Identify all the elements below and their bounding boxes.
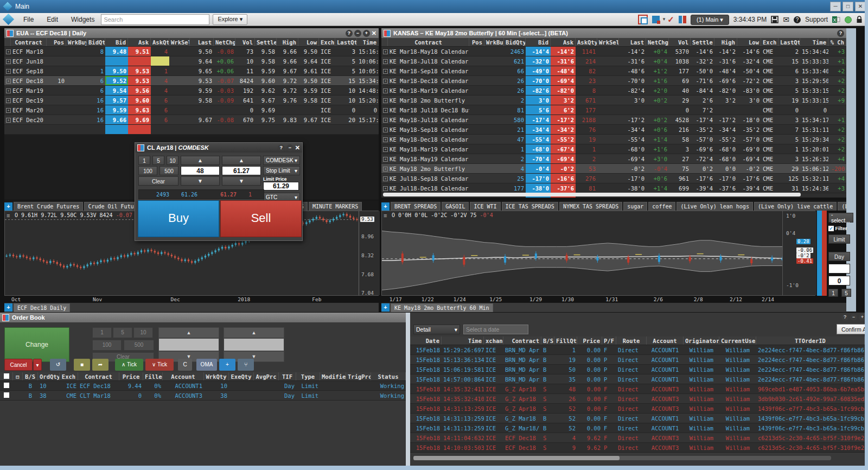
header-cell[interactable]: Contract bbox=[78, 372, 119, 380]
minimize-icon[interactable]: − bbox=[286, 144, 293, 151]
table-row[interactable]: 15Feb1814:35:32:410ICEG_Z Apr18S260.00FD… bbox=[410, 394, 868, 404]
bid-cell[interactable]: 9.48 bbox=[105, 47, 128, 56]
ask-cell[interactable]: 9.63 bbox=[128, 105, 151, 115]
account-dropdown[interactable]: COMDESK▾ bbox=[263, 156, 300, 165]
table-row[interactable]: +ECF Mar1969.549.5649.59-0.031929.629.72… bbox=[4, 86, 379, 96]
ask-cell[interactable]: 9.53 bbox=[128, 66, 151, 75]
header-cell[interactable]: AvgPrc bbox=[254, 372, 279, 380]
ask-cell[interactable]: -31'6 bbox=[551, 56, 576, 66]
menu-edit[interactable]: Edit bbox=[40, 16, 65, 23]
select-dropdown[interactable]: -select... bbox=[828, 213, 853, 223]
header-cell[interactable]: Last bbox=[619, 38, 646, 46]
qty-preset-10[interactable]: 10 bbox=[167, 156, 178, 165]
header-cell[interactable]: Route bbox=[616, 336, 647, 345]
ask-cell[interactable]: 3'2 bbox=[551, 96, 576, 105]
table-row[interactable]: +KE May18-Dec18 Calendar47-55'4-55'219-5… bbox=[381, 135, 846, 144]
ask-cell[interactable]: 9.60 bbox=[128, 96, 151, 105]
help-icon[interactable]: ? bbox=[346, 30, 353, 37]
menu-widgets[interactable]: Widgets bbox=[65, 16, 101, 23]
bid-cell[interactable]: -55'4 bbox=[526, 135, 551, 144]
support-label[interactable]: Support bbox=[805, 16, 828, 23]
bid-cell[interactable]: 9.52 bbox=[105, 76, 128, 85]
table-row[interactable]: +KE May18-Sep18 Calendar21-34'4-34'276-3… bbox=[381, 125, 846, 135]
header-cell[interactable]: TrigPrc bbox=[346, 372, 371, 380]
help-icon[interactable]: ? bbox=[841, 314, 848, 321]
ask-cell[interactable]: -0'2 bbox=[551, 164, 576, 173]
bid-cell[interactable]: -14'4 bbox=[526, 47, 551, 56]
close-icon[interactable]: ✕ bbox=[295, 144, 300, 151]
header-cell[interactable]: Bid bbox=[526, 38, 551, 46]
header-cell[interactable]: FillQty bbox=[554, 336, 577, 345]
ask-cell[interactable]: 9.51 bbox=[128, 47, 151, 56]
price-input[interactable]: 61.27 bbox=[222, 166, 261, 175]
bid-cell[interactable]: -34'4 bbox=[526, 125, 551, 134]
help-icon[interactable]: ? bbox=[837, 30, 844, 37]
expand-icon[interactable]: + bbox=[4, 66, 11, 75]
expand-icon[interactable]: + bbox=[4, 115, 11, 124]
horizontal-scrollbar[interactable] bbox=[383, 193, 801, 196]
ticket-titlebar[interactable]: CL Apr18 | COMDESK ? − ✕ bbox=[135, 143, 302, 153]
expand-icon[interactable]: + bbox=[4, 86, 11, 95]
expand-icon[interactable]: + bbox=[4, 56, 11, 66]
header-cell[interactable]: Time bbox=[357, 38, 379, 46]
bid-cell[interactable]: -17'4 bbox=[526, 115, 551, 124]
limit-button[interactable]: Limit bbox=[828, 234, 850, 244]
header-cell[interactable]: High bbox=[277, 38, 298, 46]
columns-icon[interactable] bbox=[679, 16, 686, 23]
qty-preset-5[interactable]: 5 bbox=[152, 156, 164, 165]
table-row[interactable]: +ECF Dec19169.579.6069.58-0.096419.679.7… bbox=[4, 96, 379, 105]
ask-cell[interactable]: 6'2 bbox=[551, 105, 576, 115]
bid-cell[interactable]: -0'4 bbox=[526, 164, 551, 173]
bid-cell[interactable]: -70'0 bbox=[526, 76, 551, 85]
tick-up-button[interactable]: ∧ Tick bbox=[115, 359, 143, 371]
header-cell[interactable]: CurrentUser bbox=[719, 336, 756, 345]
header-cell[interactable]: WrkBuys bbox=[484, 38, 504, 46]
qty-preset-1[interactable]: 1 bbox=[828, 289, 838, 297]
header-cell[interactable]: BidQty bbox=[87, 38, 105, 46]
qty-field[interactable] bbox=[828, 264, 850, 274]
add-tab-button[interactable]: + bbox=[381, 303, 390, 312]
header-cell[interactable]: NetChg bbox=[646, 38, 669, 46]
header-cell[interactable]: Time bbox=[800, 38, 828, 46]
tab-ke-may18-butterfly[interactable]: KE May18 2mo Butterfly 60 Min bbox=[391, 303, 493, 312]
bid-cell[interactable]: -70'4 bbox=[526, 154, 551, 163]
header-cell[interactable]: AskQty bbox=[576, 38, 597, 46]
expand-icon[interactable]: + bbox=[381, 56, 388, 66]
maximize-icon[interactable]: + bbox=[859, 314, 866, 321]
price-up-button[interactable]: ▲ bbox=[158, 327, 219, 338]
expand-icon[interactable]: + bbox=[381, 76, 388, 85]
expand-icon[interactable]: + bbox=[381, 86, 388, 95]
order-book-titlebar[interactable]: Order Book bbox=[0, 313, 406, 322]
bid-cell[interactable] bbox=[105, 56, 128, 66]
ask-cell[interactable]: -48'4 bbox=[551, 66, 576, 75]
price-up-button[interactable]: ▲ bbox=[222, 156, 261, 165]
bid-cell[interactable]: -32'0 bbox=[526, 56, 551, 66]
qty-preset-100[interactable]: 100 bbox=[138, 166, 157, 175]
table-row[interactable]: 15Feb1815:29:26:697ICEBRN_MD AprB10.00FD… bbox=[410, 345, 868, 355]
expand-icon[interactable]: + bbox=[4, 105, 11, 115]
chart-tab[interactable]: MINUTE MARKERS bbox=[309, 202, 362, 211]
header-cell[interactable]: Contract bbox=[388, 38, 469, 46]
header-cell[interactable]: Last bbox=[190, 38, 214, 46]
header-cell[interactable]: WrkSells bbox=[169, 38, 190, 46]
chart-tab[interactable]: (Live Only) live cattle bbox=[754, 202, 837, 211]
header-cell[interactable] bbox=[0, 372, 13, 380]
horizontal-scrollbar[interactable] bbox=[413, 456, 831, 460]
header-cell[interactable]: Status bbox=[371, 372, 406, 380]
price-up-button[interactable]: ▲ bbox=[224, 327, 284, 338]
expand-icon[interactable]: + bbox=[381, 154, 388, 163]
table-row[interactable]: +KE May18-May19 Calendar2-70'4-69'42-69'… bbox=[381, 154, 846, 164]
confirm-all-button[interactable]: Confirm A bbox=[837, 324, 868, 334]
ask-cell[interactable]: -37'6 bbox=[551, 183, 576, 193]
cancel-button[interactable]: Cancel bbox=[4, 359, 33, 371]
qty-down-button[interactable]: ▼ bbox=[181, 176, 220, 186]
day-button[interactable]: Day bbox=[828, 252, 850, 261]
detail-dropdown[interactable]: Detail▾ bbox=[413, 325, 460, 334]
table-row[interactable]: 15Feb1814:31:13:259ICEG_Z Mar18B520.00FD… bbox=[410, 414, 868, 423]
ask-cell[interactable]: 9.56 bbox=[128, 86, 151, 95]
ask-cell[interactable]: -17'2 bbox=[551, 115, 576, 124]
lock-icon[interactable] bbox=[856, 16, 863, 23]
header-cell[interactable]: Low bbox=[298, 38, 319, 46]
table-row[interactable]: +KE Jul18-Dec18 Calendar177-38'0-37'681-… bbox=[381, 183, 846, 193]
workspace-select[interactable]: (1) Main ▾ bbox=[691, 15, 729, 25]
